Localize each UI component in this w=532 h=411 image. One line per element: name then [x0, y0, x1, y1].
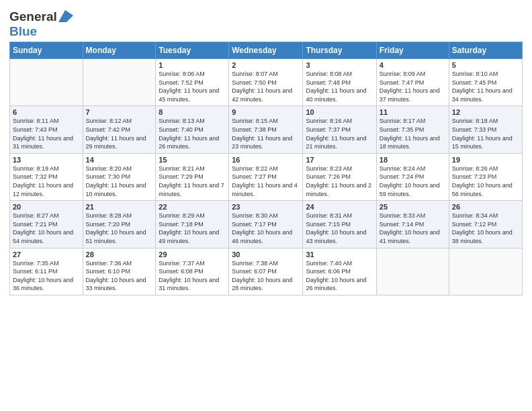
weekday-header-friday: Friday	[376, 42, 449, 59]
calendar-day-15: 15Sunrise: 8:21 AMSunset: 7:29 PMDayligh…	[156, 153, 229, 200]
day-info: Sunrise: 8:30 AMSunset: 7:17 PMDaylight:…	[232, 212, 300, 245]
day-number: 25	[380, 203, 446, 211]
calendar-day-23: 23Sunrise: 8:30 AMSunset: 7:17 PMDayligh…	[229, 201, 303, 248]
day-number: 5	[452, 61, 519, 69]
weekday-header-tuesday: Tuesday	[156, 42, 229, 59]
day-number: 2	[232, 61, 300, 69]
day-number: 30	[232, 250, 300, 259]
day-info: Sunrise: 8:16 AMSunset: 7:37 PMDaylight:…	[306, 117, 373, 150]
calendar-day-12: 12Sunrise: 8:18 AMSunset: 7:33 PMDayligh…	[449, 106, 522, 153]
calendar-day-4: 4Sunrise: 8:09 AMSunset: 7:47 PMDaylight…	[376, 59, 449, 106]
day-info: Sunrise: 8:29 AMSunset: 7:18 PMDaylight:…	[159, 212, 226, 245]
day-info: Sunrise: 7:35 AMSunset: 6:11 PMDaylight:…	[13, 259, 80, 293]
calendar-week-row: 20Sunrise: 8:27 AMSunset: 7:21 PMDayligh…	[10, 201, 523, 248]
day-number: 21	[86, 203, 153, 211]
day-number: 7	[86, 108, 153, 116]
day-number: 14	[86, 156, 153, 164]
day-number: 29	[159, 250, 226, 259]
day-number: 6	[13, 108, 80, 116]
calendar-table: SundayMondayTuesdayWednesdayThursdayFrid…	[9, 42, 523, 295]
day-info: Sunrise: 7:37 AMSunset: 6:08 PMDaylight:…	[159, 259, 226, 293]
calendar-day-2: 2Sunrise: 8:07 AMSunset: 7:50 PMDaylight…	[229, 59, 303, 106]
day-info: Sunrise: 8:21 AMSunset: 7:29 PMDaylight:…	[159, 165, 226, 198]
day-info: Sunrise: 8:08 AMSunset: 7:48 PMDaylight:…	[306, 70, 373, 103]
day-info: Sunrise: 8:24 AMSunset: 7:24 PMDaylight:…	[380, 165, 446, 198]
day-info: Sunrise: 8:20 AMSunset: 7:30 PMDaylight:…	[86, 165, 153, 198]
day-info: Sunrise: 8:11 AMSunset: 7:43 PMDaylight:…	[13, 117, 80, 150]
calendar-day-8: 8Sunrise: 8:13 AMSunset: 7:40 PMDaylight…	[156, 106, 229, 153]
calendar-week-row: 1Sunrise: 8:06 AMSunset: 7:52 PMDaylight…	[10, 59, 523, 106]
day-info: Sunrise: 8:15 AMSunset: 7:38 PMDaylight:…	[232, 117, 300, 150]
calendar-empty-cell	[376, 248, 449, 295]
calendar-day-19: 19Sunrise: 8:26 AMSunset: 7:23 PMDayligh…	[449, 153, 522, 200]
calendar-day-13: 13Sunrise: 8:19 AMSunset: 7:32 PMDayligh…	[10, 153, 83, 200]
day-number: 26	[452, 203, 519, 211]
calendar-day-20: 20Sunrise: 8:27 AMSunset: 7:21 PMDayligh…	[10, 201, 83, 248]
day-info: Sunrise: 8:22 AMSunset: 7:27 PMDaylight:…	[232, 165, 300, 198]
svg-marker-0	[58, 10, 73, 22]
logo-bird-icon	[58, 10, 73, 22]
day-info: Sunrise: 8:17 AMSunset: 7:35 PMDaylight:…	[380, 117, 446, 150]
day-number: 31	[306, 250, 373, 259]
day-number: 18	[380, 156, 446, 164]
day-number: 22	[159, 203, 226, 211]
weekday-header-wednesday: Wednesday	[229, 42, 303, 59]
calendar-day-17: 17Sunrise: 8:23 AMSunset: 7:26 PMDayligh…	[303, 153, 376, 200]
calendar-day-25: 25Sunrise: 8:33 AMSunset: 7:14 PMDayligh…	[376, 201, 449, 248]
weekday-header-monday: Monday	[83, 42, 156, 59]
calendar-day-27: 27Sunrise: 7:35 AMSunset: 6:11 PMDayligh…	[10, 248, 83, 295]
calendar-day-7: 7Sunrise: 8:12 AMSunset: 7:42 PMDaylight…	[83, 106, 156, 153]
calendar-day-30: 30Sunrise: 7:38 AMSunset: 6:07 PMDayligh…	[229, 248, 303, 295]
day-info: Sunrise: 8:27 AMSunset: 7:21 PMDaylight:…	[13, 212, 80, 245]
calendar-day-3: 3Sunrise: 8:08 AMSunset: 7:48 PMDaylight…	[303, 59, 376, 106]
calendar-day-26: 26Sunrise: 8:34 AMSunset: 7:12 PMDayligh…	[449, 201, 522, 248]
day-number: 20	[13, 203, 80, 211]
logo-blue-text: Blue	[9, 24, 37, 38]
calendar-day-9: 9Sunrise: 8:15 AMSunset: 7:38 PMDaylight…	[229, 106, 303, 153]
weekday-header-row: SundayMondayTuesdayWednesdayThursdayFrid…	[10, 42, 523, 59]
calendar-day-10: 10Sunrise: 8:16 AMSunset: 7:37 PMDayligh…	[303, 106, 376, 153]
calendar-empty-cell	[449, 248, 522, 295]
day-number: 3	[306, 61, 373, 69]
day-number: 11	[380, 108, 446, 116]
calendar-day-24: 24Sunrise: 8:31 AMSunset: 7:15 PMDayligh…	[303, 201, 376, 248]
day-number: 23	[232, 203, 300, 211]
day-info: Sunrise: 7:38 AMSunset: 6:07 PMDaylight:…	[232, 259, 300, 293]
weekday-header-saturday: Saturday	[449, 42, 522, 59]
day-info: Sunrise: 8:26 AMSunset: 7:23 PMDaylight:…	[452, 165, 519, 198]
day-number: 1	[159, 61, 226, 69]
calendar-day-11: 11Sunrise: 8:17 AMSunset: 7:35 PMDayligh…	[376, 106, 449, 153]
day-info: Sunrise: 8:06 AMSunset: 7:52 PMDaylight:…	[159, 70, 226, 103]
calendar-day-28: 28Sunrise: 7:36 AMSunset: 6:10 PMDayligh…	[83, 248, 156, 295]
day-info: Sunrise: 8:18 AMSunset: 7:33 PMDaylight:…	[452, 117, 519, 150]
weekday-header-thursday: Thursday	[303, 42, 376, 59]
day-info: Sunrise: 8:09 AMSunset: 7:47 PMDaylight:…	[380, 70, 446, 103]
calendar-week-row: 27Sunrise: 7:35 AMSunset: 6:11 PMDayligh…	[10, 248, 523, 295]
day-info: Sunrise: 7:36 AMSunset: 6:10 PMDaylight:…	[86, 259, 153, 293]
day-number: 17	[306, 156, 373, 164]
day-number: 15	[159, 156, 226, 164]
day-info: Sunrise: 8:34 AMSunset: 7:12 PMDaylight:…	[452, 212, 519, 245]
day-info: Sunrise: 8:33 AMSunset: 7:14 PMDaylight:…	[380, 212, 446, 245]
logo: General Blue	[9, 9, 73, 39]
calendar-day-18: 18Sunrise: 8:24 AMSunset: 7:24 PMDayligh…	[376, 153, 449, 200]
day-number: 13	[13, 156, 80, 164]
day-info: Sunrise: 8:23 AMSunset: 7:26 PMDaylight:…	[306, 165, 373, 198]
logo-general-text: General	[9, 9, 57, 24]
day-info: Sunrise: 7:40 AMSunset: 6:06 PMDaylight:…	[306, 259, 373, 293]
day-number: 4	[380, 61, 446, 69]
calendar-day-31: 31Sunrise: 7:40 AMSunset: 6:06 PMDayligh…	[303, 248, 376, 295]
day-info: Sunrise: 8:28 AMSunset: 7:20 PMDaylight:…	[86, 212, 153, 245]
calendar-week-row: 6Sunrise: 8:11 AMSunset: 7:43 PMDaylight…	[10, 106, 523, 153]
day-number: 24	[306, 203, 373, 211]
calendar-day-29: 29Sunrise: 7:37 AMSunset: 6:08 PMDayligh…	[156, 248, 229, 295]
day-number: 28	[86, 250, 153, 259]
day-info: Sunrise: 8:10 AMSunset: 7:45 PMDaylight:…	[452, 70, 519, 103]
day-number: 8	[159, 108, 226, 116]
calendar-empty-cell	[10, 59, 83, 106]
day-number: 12	[452, 108, 519, 116]
day-number: 9	[232, 108, 300, 116]
calendar-week-row: 13Sunrise: 8:19 AMSunset: 7:32 PMDayligh…	[10, 153, 523, 200]
weekday-header-sunday: Sunday	[10, 42, 83, 59]
day-info: Sunrise: 8:31 AMSunset: 7:15 PMDaylight:…	[306, 212, 373, 245]
